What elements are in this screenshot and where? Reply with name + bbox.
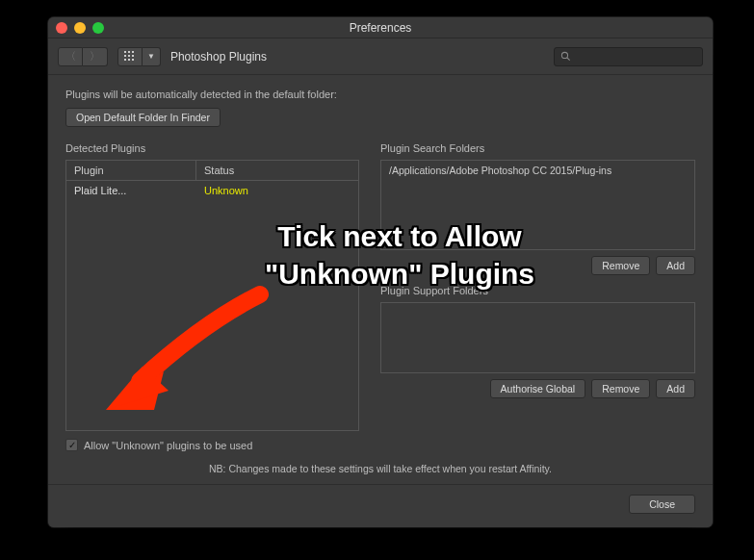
footer: Close: [48, 484, 713, 527]
svg-rect-1: [128, 51, 130, 53]
restart-note: NB: Changes made to these settings will …: [65, 463, 695, 474]
svg-line-10: [567, 58, 570, 61]
list-item[interactable]: /Applications/Adobe Photoshop CC 2015/Pl…: [389, 165, 687, 176]
col-status-header[interactable]: Status: [196, 161, 358, 181]
search-folders-list[interactable]: /Applications/Adobe Photoshop CC 2015/Pl…: [380, 160, 695, 250]
close-window-button[interactable]: [56, 22, 67, 34]
toolbar-section-label: Photoshop Plugins: [170, 50, 267, 64]
add-support-button[interactable]: Add: [656, 379, 695, 398]
remove-folder-button[interactable]: Remove: [591, 256, 650, 275]
close-button[interactable]: Close: [629, 495, 695, 514]
search-folders-heading: Plugin Search Folders: [380, 142, 695, 154]
window-controls: [56, 22, 104, 34]
grid-view-button[interactable]: [117, 47, 143, 66]
add-folder-button[interactable]: Add: [656, 256, 695, 275]
svg-rect-7: [128, 59, 130, 61]
svg-rect-8: [132, 59, 134, 61]
content: Plugins will be automatically detected i…: [48, 75, 713, 484]
dropdown-button[interactable]: ▼: [143, 47, 161, 66]
col-plugin-header[interactable]: Plugin: [66, 161, 196, 181]
svg-rect-3: [124, 55, 126, 57]
window-title: Preferences: [48, 17, 713, 38]
allow-unknown-label: Allow "Unknown" plugins to be used: [84, 440, 252, 451]
search-input[interactable]: [554, 47, 703, 66]
open-default-folder-button[interactable]: Open Default Folder In Finder: [65, 108, 221, 127]
svg-rect-4: [128, 55, 130, 57]
preferences-window: Preferences 〈 〉 ▼ Photoshop Plugins Plug…: [48, 17, 713, 527]
toolbar: 〈 〉 ▼ Photoshop Plugins: [48, 38, 713, 75]
table-row[interactable]: Plaid Lite... Unknown: [66, 181, 358, 200]
support-folders-heading: Plugin Support Folders: [380, 285, 695, 296]
remove-support-button[interactable]: Remove: [591, 379, 650, 398]
nav-buttons: 〈 〉: [58, 47, 108, 66]
plugin-status-cell: Unknown: [196, 181, 358, 200]
svg-rect-5: [132, 55, 134, 57]
titlebar: Preferences: [48, 17, 713, 38]
svg-rect-6: [124, 59, 126, 61]
detected-plugins-heading: Detected Plugins: [65, 142, 359, 154]
support-folders-list[interactable]: [380, 302, 695, 373]
view-mode-buttons: ▼: [117, 47, 161, 66]
search-icon: [560, 51, 571, 62]
forward-button[interactable]: 〉: [83, 47, 108, 66]
plugin-folders-section: Plugin Search Folders /Applications/Adob…: [380, 142, 695, 451]
authorise-global-button[interactable]: Authorise Global: [490, 379, 586, 398]
table-header: Plugin Status: [66, 161, 358, 181]
plugin-name-cell: Plaid Lite...: [66, 181, 196, 200]
svg-point-9: [561, 52, 567, 58]
minimize-window-button[interactable]: [74, 22, 86, 34]
detected-plugins-section: Detected Plugins Plugin Status Plaid Lit…: [65, 142, 359, 451]
svg-rect-0: [124, 51, 126, 53]
allow-unknown-row: ✓ Allow "Unknown" plugins to be used: [65, 439, 359, 451]
zoom-window-button[interactable]: [92, 22, 104, 34]
svg-rect-2: [132, 51, 134, 53]
detected-plugins-table: Plugin Status Plaid Lite... Unknown: [65, 160, 359, 431]
back-button[interactable]: 〈: [58, 47, 83, 66]
allow-unknown-checkbox[interactable]: ✓: [65, 439, 78, 451]
intro-text: Plugins will be automatically detected i…: [65, 89, 695, 100]
